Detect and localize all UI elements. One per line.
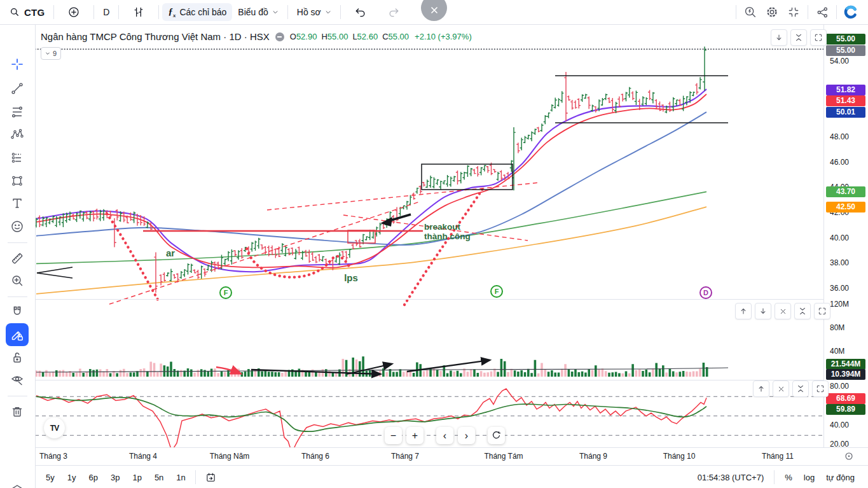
zoom-out-button[interactable]: −: [385, 427, 402, 444]
pane-move-down-button[interactable]: [755, 303, 771, 319]
compare-add-button[interactable]: [57, 3, 90, 21]
measure-tool[interactable]: [8, 249, 26, 267]
indicators-button[interactable]: ƒx Các chỉ báo: [162, 3, 232, 21]
range-buttons: 5y1y6p3p1p5n1n: [41, 470, 190, 485]
close-icon: [429, 1, 439, 15]
pane-collapse-button[interactable]: [794, 303, 811, 319]
reset-chart-button[interactable]: [488, 427, 505, 444]
clock-label[interactable]: 01:54:38 (UTC+7): [693, 470, 768, 485]
pane-collapse-button[interactable]: [792, 380, 809, 397]
pane-maximize-button[interactable]: [812, 380, 829, 397]
symbol-title[interactable]: Ngân hàng TMCP Công Thương Việt Nam · 1D…: [41, 31, 270, 42]
pattern-tool[interactable]: [8, 125, 26, 143]
change-value: +2.10 (+3.97%): [415, 32, 472, 41]
pane-move-up-button[interactable]: [753, 380, 769, 397]
forecast-tool[interactable]: [8, 149, 26, 167]
chart-menu-button[interactable]: Biểu đồ: [232, 3, 284, 21]
redo-button[interactable]: [377, 3, 410, 21]
pane-collapse-button[interactable]: [790, 29, 807, 46]
settings-button[interactable]: [761, 3, 783, 21]
time-axis-label: Tháng 11: [749, 452, 806, 461]
fib-retracement-tool[interactable]: [8, 103, 26, 121]
price-badge: 55.00: [826, 45, 865, 56]
price-axis-label: 40M: [830, 347, 844, 356]
chart-style-button[interactable]: [122, 3, 155, 21]
ohlc-item: O52.90: [290, 32, 317, 41]
annotation-text: breakout: [424, 222, 461, 232]
scroll-left-button[interactable]: ‹: [436, 427, 453, 444]
shapes-tool[interactable]: [8, 172, 26, 190]
flash-search-icon: [743, 5, 757, 19]
toolbar-divider: [836, 5, 837, 19]
range-button-5y[interactable]: 5y: [41, 470, 59, 485]
price-axis[interactable]: 54.0048.0046.0044.0042.0040.0038.0036.00…: [823, 24, 868, 447]
object-tree-tool[interactable]: [8, 482, 26, 488]
profile-menu-button[interactable]: Hồ sơ: [291, 3, 337, 21]
range-button-1p[interactable]: 1p: [128, 470, 146, 485]
chevron-down-icon: [325, 9, 331, 15]
quick-search-button[interactable]: [740, 3, 761, 21]
pane-maximize-button[interactable]: [810, 29, 827, 46]
pane-close-button[interactable]: [775, 303, 791, 319]
undo-button[interactable]: [344, 3, 377, 21]
crosshair-tool[interactable]: [8, 55, 26, 73]
legend-expand-button[interactable]: 9: [41, 47, 61, 60]
range-button-1n[interactable]: 1n: [172, 470, 189, 485]
range-button-3p[interactable]: 3p: [106, 470, 124, 485]
go-to-date-button[interactable]: [201, 470, 221, 485]
svg-text:D: D: [703, 289, 708, 296]
price-chart-svg[interactable]: breakoutthành côngarlpsFFD: [35, 24, 823, 447]
log-scale-button[interactable]: log: [799, 470, 819, 485]
pane-maximize-button[interactable]: [814, 303, 830, 319]
range-button-5n[interactable]: 5n: [150, 470, 168, 485]
pane-close-button[interactable]: [773, 380, 789, 397]
text-tool[interactable]: [8, 194, 26, 212]
broker-logo[interactable]: [840, 3, 862, 21]
toolbar-divider: [340, 5, 341, 19]
pane-move-up-button[interactable]: [735, 303, 752, 319]
toolbar-divider: [53, 5, 54, 19]
scroll-to-latest-icon[interactable]: [844, 451, 854, 461]
emoji-tool[interactable]: [8, 218, 26, 235]
pane-divider-rsi[interactable]: [35, 380, 868, 380]
time-axis[interactable]: Tháng 3Tháng 4Tháng NămTháng 6Tháng 7Thá…: [35, 447, 868, 466]
search-icon: [9, 6, 20, 18]
price-axis-label: 120M: [830, 300, 849, 309]
hide-drawings-tool[interactable]: [8, 370, 26, 388]
price-badge: 50.01: [826, 107, 865, 118]
zoom-in-button[interactable]: +: [406, 427, 424, 444]
share-button[interactable]: [811, 3, 833, 21]
price-axis-label: 36.00: [830, 284, 849, 293]
time-axis-label: Tháng Tám: [475, 452, 532, 461]
price-badge: 51.82: [826, 85, 865, 95]
tradingview-logo[interactable]: TV: [44, 417, 65, 438]
range-button-1y[interactable]: 1y: [63, 470, 81, 485]
remove-drawings-tool[interactable]: [8, 403, 26, 421]
range-button-6p[interactable]: 6p: [84, 470, 102, 485]
annotation-text: thành công: [424, 232, 471, 241]
zoom-in-tool[interactable]: [8, 272, 26, 289]
price-axis-label: 80.00: [830, 382, 849, 391]
interval-button[interactable]: D: [97, 3, 115, 21]
price-badge: 43.70: [826, 186, 865, 197]
pane-move-down-button[interactable]: [771, 29, 787, 46]
pane-divider-volume[interactable]: [35, 299, 868, 300]
price-axis-label: 38.00: [830, 258, 849, 267]
auto-scale-button[interactable]: tự động: [822, 470, 859, 485]
chart-legend: Ngân hàng TMCP Công Thương Việt Nam · 1D…: [41, 31, 472, 42]
chevron-down-icon: [45, 51, 50, 56]
drawing-mode-locked-button[interactable]: [6, 323, 29, 346]
trend-line-tool[interactable]: [8, 80, 26, 97]
indicators-label: Các chỉ báo: [179, 7, 226, 17]
symbol-search-button[interactable]: CTG: [6, 3, 50, 21]
fullscreen-button[interactable]: [783, 3, 804, 21]
legend-count: 9: [53, 50, 57, 57]
scroll-right-button[interactable]: ›: [458, 427, 475, 444]
price-badge: 68.69: [826, 393, 865, 404]
percent-scale-button[interactable]: %: [780, 470, 797, 485]
symbol-label: CTG: [24, 7, 45, 18]
lock-all-tool[interactable]: [8, 349, 26, 366]
hide-legend-button[interactable]: [275, 32, 284, 41]
magnet-tool[interactable]: [8, 303, 26, 321]
time-axis-label: Tháng 9: [565, 452, 622, 461]
